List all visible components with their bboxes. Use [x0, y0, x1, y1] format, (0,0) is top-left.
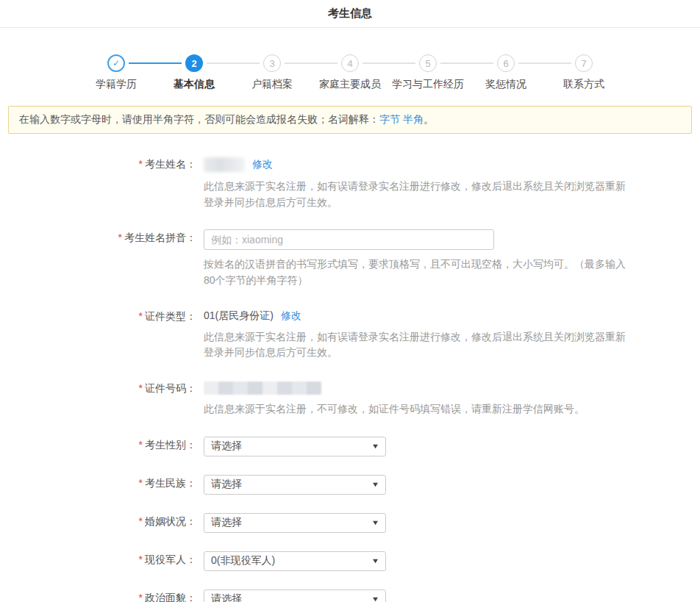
page-title: 考生信息 [328, 7, 372, 21]
chevron-down-icon: ▼ [371, 595, 380, 602]
required-asterisk: * [139, 477, 143, 489]
chevron-down-icon: ▼ [371, 442, 380, 450]
required-asterisk: * [139, 553, 143, 565]
step-7-contact[interactable]: 7 联系方式 [545, 54, 623, 91]
field-label: *证件类型： [0, 308, 204, 361]
step-2-basic-info[interactable]: 2 基本信息 [155, 54, 233, 91]
step-number: 4 [341, 54, 359, 72]
required-asterisk: * [139, 310, 143, 322]
notice-text: 在输入数字或字母时，请使用半角字符，否则可能会造成报名失败；名词解释： [19, 113, 379, 125]
step-1-xueji-xueli[interactable]: ✓ 学籍学历 [77, 54, 155, 91]
step-label: 学习与工作经历 [392, 78, 464, 91]
step-number: 7 [575, 54, 593, 72]
marital-status-select[interactable]: 请选择 ▼ [204, 513, 386, 533]
halfwidth-notice-banner: 在输入数字或字母时，请使用半角字符，否则可能会造成报名失败；名词解释：字节 半角… [8, 106, 692, 134]
candidate-info-form: *考生姓名： 修改 此信息来源于实名注册，如有误请登录实名注册进行修改，修改后退… [0, 156, 700, 602]
step-connector [518, 62, 571, 64]
political-selected-value: 请选择 [211, 592, 242, 602]
page-header: 考生信息 [0, 0, 700, 28]
required-asterisk: * [139, 158, 143, 170]
link-byte-glossary[interactable]: 字节 [379, 113, 400, 125]
marital-selected-value: 请选择 [211, 516, 242, 529]
field-help-text: 此信息来源于实名注册，如有误请登录实名注册进行修改，修改后退出系统且关闭浏览器重… [204, 179, 634, 210]
required-asterisk: * [118, 232, 122, 243]
chevron-down-icon: ▼ [371, 557, 380, 565]
step-connector [129, 62, 182, 64]
step-label: 奖惩情况 [485, 78, 526, 91]
field-label: *考生性别： [0, 437, 204, 456]
field-help-text: 按姓名的汉语拼音的书写形式填写，要求顶格写，且不可出现空格，大小写均可。（最多输… [204, 257, 634, 288]
field-label: *婚姻状况： [0, 513, 204, 533]
field-id-number: *证件号码： 此信息来源于实名注册，不可修改，如证件号码填写错误，请重新注册学信… [0, 380, 700, 418]
field-help-text: 此信息来源于实名注册，不可修改，如证件号码填写错误，请重新注册学信网账号。 [204, 401, 634, 418]
gender-selected-value: 请选择 [211, 440, 242, 453]
field-gender: *考生性别： 请选择 ▼ [0, 437, 700, 456]
military-service-select[interactable]: 0(非现役军人) ▼ [204, 551, 386, 571]
field-military-service: *现役军人： 0(非现役军人) ▼ [0, 551, 700, 571]
step-number: 5 [419, 54, 437, 72]
step-6-rewards-punishments[interactable]: 6 奖惩情况 [467, 54, 545, 91]
field-label: *政治面貌： [0, 590, 204, 602]
pinyin-input[interactable] [204, 229, 494, 250]
military-selected-value: 0(非现役军人) [211, 554, 275, 567]
step-label: 户籍档案 [251, 78, 293, 91]
field-label: *现役军人： [0, 551, 204, 571]
step-label: 学籍学历 [96, 78, 137, 91]
ethnicity-select[interactable]: 请选择 ▼ [204, 475, 386, 495]
step-connector [207, 62, 260, 64]
modify-name-link[interactable]: 修改 [252, 158, 273, 171]
step-3-huji-dangan[interactable]: 3 户籍档案 [233, 54, 311, 91]
field-label: *证件号码： [0, 380, 204, 418]
required-asterisk: * [139, 515, 143, 527]
step-connector [440, 62, 493, 64]
field-candidate-name: *考生姓名： 修改 此信息来源于实名注册，如有误请登录实名注册进行修改，修改后退… [0, 156, 700, 210]
step-number: 2 [185, 54, 203, 72]
field-label: *考生民族： [0, 475, 204, 495]
chevron-down-icon: ▼ [371, 481, 380, 488]
field-help-text: 此信息来源于实名注册，如有误请登录实名注册进行修改，修改后退出系统且关闭浏览器重… [204, 329, 634, 361]
field-id-type: *证件类型： 01(居民身份证) 修改 此信息来源于实名注册，如有误请登录实名注… [0, 308, 700, 361]
field-label: *考生姓名拼音： [0, 229, 204, 288]
candidate-name-redacted-value [204, 157, 245, 172]
ethnicity-selected-value: 请选择 [211, 478, 242, 491]
political-status-select[interactable]: 请选择 ▼ [204, 590, 386, 602]
chevron-down-icon: ▼ [371, 519, 380, 526]
id-number-redacted-value [204, 381, 321, 395]
gender-select[interactable]: 请选择 ▼ [204, 437, 386, 456]
required-asterisk: * [139, 382, 143, 394]
step-5-study-work[interactable]: 5 学习与工作经历 [389, 54, 467, 91]
field-political-status: *政治面貌： 请选择 ▼ [0, 590, 700, 602]
step-number: 6 [497, 54, 515, 72]
field-ethnicity: *考生民族： 请选择 ▼ [0, 475, 700, 495]
modify-id-type-link[interactable]: 修改 [281, 309, 301, 323]
check-icon: ✓ [107, 54, 125, 72]
field-label: *考生姓名： [0, 156, 204, 210]
step-connector [362, 62, 415, 64]
step-label: 基本信息 [174, 78, 215, 91]
link-halfwidth-glossary[interactable]: 半角 [403, 113, 424, 125]
field-marital-status: *婚姻状况： 请选择 ▼ [0, 513, 700, 533]
field-name-pinyin: *考生姓名拼音： 按姓名的汉语拼音的书写形式填写，要求顶格写，且不可出现空格，大… [0, 229, 700, 288]
stepper: ✓ 学籍学历 2 基本信息 3 户籍档案 4 家庭主要成员 5 学习与工作经历 … [77, 54, 623, 91]
id-type-value: 01(居民身份证) [204, 309, 274, 323]
step-label: 家庭主要成员 [319, 78, 381, 91]
step-4-family-members[interactable]: 4 家庭主要成员 [311, 54, 389, 91]
step-label: 联系方式 [563, 78, 604, 91]
required-asterisk: * [139, 592, 143, 602]
notice-suffix: 。 [424, 113, 434, 125]
required-asterisk: * [139, 439, 143, 451]
step-number: 3 [263, 54, 281, 72]
step-connector [285, 62, 338, 64]
